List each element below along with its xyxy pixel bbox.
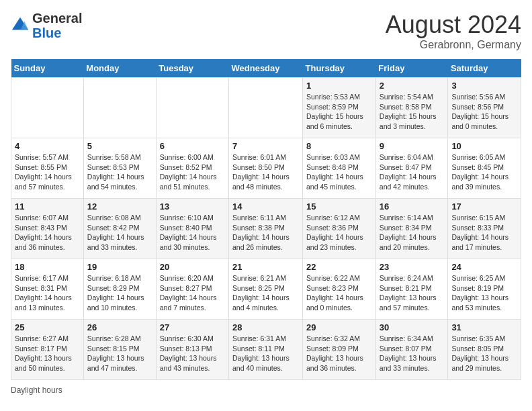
table-row: 11Sunrise: 6:07 AM Sunset: 8:43 PM Dayli… xyxy=(11,199,84,259)
table-row xyxy=(229,78,303,138)
day-number: 17 xyxy=(451,201,517,212)
header-thursday: Thursday xyxy=(303,59,376,78)
table-row: 26Sunrise: 6:28 AM Sunset: 8:15 PM Dayli… xyxy=(83,320,156,380)
day-detail: Sunrise: 6:22 AM Sunset: 8:23 PM Dayligh… xyxy=(306,273,372,313)
header-saturday: Saturday xyxy=(448,59,521,78)
header-friday: Friday xyxy=(375,59,448,78)
day-detail: Sunrise: 5:58 AM Sunset: 8:53 PM Dayligh… xyxy=(87,152,152,192)
table-row: 31Sunrise: 6:35 AM Sunset: 8:05 PM Dayli… xyxy=(448,320,521,380)
logo-icon xyxy=(11,16,30,35)
table-row: 19Sunrise: 6:18 AM Sunset: 8:29 PM Dayli… xyxy=(83,259,156,320)
table-row: 7Sunrise: 6:01 AM Sunset: 8:50 PM Daylig… xyxy=(229,138,303,199)
day-number: 19 xyxy=(87,262,152,272)
day-detail: Sunrise: 6:04 AM Sunset: 8:47 PM Dayligh… xyxy=(380,152,445,192)
header-sunday: Sunday xyxy=(11,59,84,78)
table-row: 5Sunrise: 5:58 AM Sunset: 8:53 PM Daylig… xyxy=(83,138,156,199)
day-number: 21 xyxy=(232,262,299,272)
table-row xyxy=(83,78,156,138)
day-number: 8 xyxy=(306,141,372,151)
calendar-header: Sunday Monday Tuesday Wednesday Thursday… xyxy=(11,59,521,78)
day-number: 23 xyxy=(380,262,445,272)
table-row: 16Sunrise: 6:14 AM Sunset: 8:34 PM Dayli… xyxy=(375,199,448,259)
day-number: 4 xyxy=(15,141,80,151)
day-number: 28 xyxy=(232,322,299,332)
day-number: 9 xyxy=(380,141,445,151)
day-detail: Sunrise: 6:05 AM Sunset: 8:45 PM Dayligh… xyxy=(451,152,517,192)
day-number: 22 xyxy=(306,262,372,272)
header-wednesday: Wednesday xyxy=(229,59,303,78)
footer-label: Daylight hours xyxy=(11,385,521,395)
table-row xyxy=(156,78,228,138)
day-detail: Sunrise: 6:34 AM Sunset: 8:07 PM Dayligh… xyxy=(380,334,445,373)
table-row: 2Sunrise: 5:54 AM Sunset: 8:58 PM Daylig… xyxy=(375,78,448,138)
day-detail: Sunrise: 6:08 AM Sunset: 8:42 PM Dayligh… xyxy=(87,213,152,253)
table-row: 29Sunrise: 6:32 AM Sunset: 8:09 PM Dayli… xyxy=(303,320,376,380)
day-detail: Sunrise: 6:15 AM Sunset: 8:33 PM Dayligh… xyxy=(451,213,517,253)
calendar-week-5: 25Sunrise: 6:27 AM Sunset: 8:17 PM Dayli… xyxy=(11,320,521,380)
table-row: 3Sunrise: 5:56 AM Sunset: 8:56 PM Daylig… xyxy=(448,78,521,138)
title-area: August 2024 Gerabronn, Germany xyxy=(386,11,521,51)
table-row: 20Sunrise: 6:20 AM Sunset: 8:27 PM Dayli… xyxy=(156,259,228,320)
logo: General Blue xyxy=(11,11,82,40)
day-number: 6 xyxy=(160,141,225,151)
month-title: August 2024 xyxy=(386,11,521,39)
day-number: 27 xyxy=(160,322,225,332)
day-number: 24 xyxy=(451,262,517,272)
day-number: 12 xyxy=(87,201,152,212)
day-number: 29 xyxy=(306,322,372,332)
day-detail: Sunrise: 6:12 AM Sunset: 8:36 PM Dayligh… xyxy=(306,213,372,253)
table-row: 8Sunrise: 6:03 AM Sunset: 8:48 PM Daylig… xyxy=(303,138,376,199)
calendar-week-1: 1Sunrise: 5:53 AM Sunset: 8:59 PM Daylig… xyxy=(11,78,521,138)
table-row: 24Sunrise: 6:25 AM Sunset: 8:19 PM Dayli… xyxy=(448,259,521,320)
table-row: 17Sunrise: 6:15 AM Sunset: 8:33 PM Dayli… xyxy=(448,199,521,259)
day-number: 5 xyxy=(87,141,152,151)
table-row: 4Sunrise: 5:57 AM Sunset: 8:55 PM Daylig… xyxy=(11,138,84,199)
table-row: 18Sunrise: 6:17 AM Sunset: 8:31 PM Dayli… xyxy=(11,259,84,320)
day-number: 30 xyxy=(380,322,445,332)
day-detail: Sunrise: 6:31 AM Sunset: 8:11 PM Dayligh… xyxy=(232,334,299,373)
day-detail: Sunrise: 5:54 AM Sunset: 8:58 PM Dayligh… xyxy=(380,92,445,132)
table-row: 9Sunrise: 6:04 AM Sunset: 8:47 PM Daylig… xyxy=(375,138,448,199)
day-number: 11 xyxy=(15,201,80,212)
day-detail: Sunrise: 6:01 AM Sunset: 8:50 PM Dayligh… xyxy=(232,152,299,192)
header-monday: Monday xyxy=(83,59,156,78)
table-row: 30Sunrise: 6:34 AM Sunset: 8:07 PM Dayli… xyxy=(375,320,448,380)
logo-blue-text: Blue xyxy=(32,26,61,40)
day-detail: Sunrise: 6:25 AM Sunset: 8:19 PM Dayligh… xyxy=(451,273,517,313)
calendar-week-2: 4Sunrise: 5:57 AM Sunset: 8:55 PM Daylig… xyxy=(11,138,521,199)
header-tuesday: Tuesday xyxy=(156,59,228,78)
table-row xyxy=(11,78,84,138)
table-row: 1Sunrise: 5:53 AM Sunset: 8:59 PM Daylig… xyxy=(303,78,376,138)
table-row: 14Sunrise: 6:11 AM Sunset: 8:38 PM Dayli… xyxy=(229,199,303,259)
day-number: 15 xyxy=(306,201,372,212)
table-row: 12Sunrise: 6:08 AM Sunset: 8:42 PM Dayli… xyxy=(83,199,156,259)
day-number: 1 xyxy=(306,81,372,91)
day-detail: Sunrise: 6:18 AM Sunset: 8:29 PM Dayligh… xyxy=(87,273,152,313)
day-detail: Sunrise: 6:10 AM Sunset: 8:40 PM Dayligh… xyxy=(160,213,225,253)
day-detail: Sunrise: 5:56 AM Sunset: 8:56 PM Dayligh… xyxy=(451,92,517,132)
day-detail: Sunrise: 6:35 AM Sunset: 8:05 PM Dayligh… xyxy=(451,334,517,373)
day-number: 26 xyxy=(87,322,152,332)
day-detail: Sunrise: 6:03 AM Sunset: 8:48 PM Dayligh… xyxy=(306,152,372,192)
table-row: 25Sunrise: 6:27 AM Sunset: 8:17 PM Dayli… xyxy=(11,320,84,380)
table-row: 27Sunrise: 6:30 AM Sunset: 8:13 PM Dayli… xyxy=(156,320,228,380)
day-detail: Sunrise: 6:11 AM Sunset: 8:38 PM Dayligh… xyxy=(232,213,299,253)
day-number: 31 xyxy=(451,322,517,332)
table-row: 10Sunrise: 6:05 AM Sunset: 8:45 PM Dayli… xyxy=(448,138,521,199)
day-detail: Sunrise: 6:07 AM Sunset: 8:43 PM Dayligh… xyxy=(15,213,80,253)
day-number: 2 xyxy=(380,81,445,91)
day-number: 10 xyxy=(451,141,517,151)
calendar-week-4: 18Sunrise: 6:17 AM Sunset: 8:31 PM Dayli… xyxy=(11,259,521,320)
day-detail: Sunrise: 6:00 AM Sunset: 8:52 PM Dayligh… xyxy=(160,152,225,192)
calendar-week-3: 11Sunrise: 6:07 AM Sunset: 8:43 PM Dayli… xyxy=(11,199,521,259)
day-detail: Sunrise: 5:53 AM Sunset: 8:59 PM Dayligh… xyxy=(306,92,372,132)
day-detail: Sunrise: 6:21 AM Sunset: 8:25 PM Dayligh… xyxy=(232,273,299,313)
day-number: 7 xyxy=(232,141,299,151)
table-row: 21Sunrise: 6:21 AM Sunset: 8:25 PM Dayli… xyxy=(229,259,303,320)
location-subtitle: Gerabronn, Germany xyxy=(386,39,521,51)
table-row: 22Sunrise: 6:22 AM Sunset: 8:23 PM Dayli… xyxy=(303,259,376,320)
table-row: 28Sunrise: 6:31 AM Sunset: 8:11 PM Dayli… xyxy=(229,320,303,380)
table-row: 15Sunrise: 6:12 AM Sunset: 8:36 PM Dayli… xyxy=(303,199,376,259)
day-detail: Sunrise: 6:24 AM Sunset: 8:21 PM Dayligh… xyxy=(380,273,445,313)
day-number: 16 xyxy=(380,201,445,212)
